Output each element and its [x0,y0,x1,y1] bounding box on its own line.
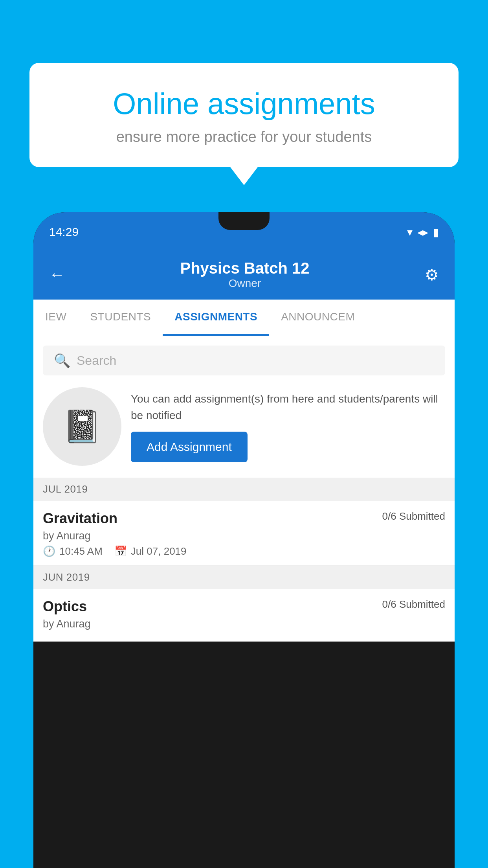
assignment-name-gravitation: Gravitation [43,510,117,527]
wifi-icon: ▾ [407,226,413,239]
app-header: ← Physics Batch 12 Owner ⚙ [33,252,455,300]
section-jul-2019: JUL 2019 [33,478,455,501]
assignment-item-gravitation[interactable]: Gravitation 0/6 Submitted by Anurag 🕐 10… [33,501,455,566]
tab-students[interactable]: STUDENTS [78,300,163,336]
clock-icon: 🕐 [43,545,55,557]
assignment-submitted-optics: 0/6 Submitted [382,598,445,611]
assignment-item-top-optics: Optics 0/6 Submitted [43,598,445,615]
assignment-time-gravitation: 10:45 AM [59,545,103,557]
screen-content: 🔍 Search 📓 You can add assignment(s) fro… [33,336,455,642]
signal-icon: ◂▸ [417,226,428,239]
assignment-meta-gravitation: 🕐 10:45 AM 📅 Jul 07, 2019 [43,545,445,557]
tab-announcements[interactable]: ANNOUNCEM [269,300,367,336]
battery-icon: ▮ [433,226,439,239]
add-assignment-button[interactable]: Add Assignment [131,432,248,462]
back-button[interactable]: ← [49,266,65,283]
assignment-item-optics[interactable]: Optics 0/6 Submitted by Anurag [33,589,455,642]
assignment-by-gravitation: by Anurag [43,530,445,542]
tab-iew[interactable]: IEW [33,300,78,336]
header-center: Physics Batch 12 Owner [65,259,425,290]
speech-bubble-subtitle: ensure more practice for your students [57,129,431,145]
notebook-icon: 📓 [62,408,102,445]
assignment-item-top: Gravitation 0/6 Submitted [43,510,445,527]
search-placeholder: Search [77,353,116,368]
settings-button[interactable]: ⚙ [425,266,439,284]
tabs-container: IEW STUDENTS ASSIGNMENTS ANNOUNCEM [33,300,455,336]
status-time: 14:29 [49,225,79,239]
speech-bubble: Online assignments ensure more practice … [29,63,459,167]
status-icons: ▾ ◂▸ ▮ [407,226,439,239]
notch [218,212,270,230]
calendar-icon: 📅 [114,545,127,557]
assignment-icon-circle: 📓 [43,387,121,466]
assignment-name-optics: Optics [43,598,87,615]
speech-bubble-title: Online assignments [57,86,431,121]
add-assignment-area: 📓 You can add assignment(s) from here an… [33,375,455,478]
assignment-date-gravitation: Jul 07, 2019 [131,545,187,557]
assignment-submitted-gravitation: 0/6 Submitted [382,510,445,522]
section-jun-2019: JUN 2019 [33,566,455,589]
search-icon: 🔍 [54,353,70,368]
speech-bubble-container: Online assignments ensure more practice … [29,63,459,167]
tab-assignments[interactable]: ASSIGNMENTS [163,300,269,336]
meta-date-gravitation: 📅 Jul 07, 2019 [114,545,187,557]
add-assignment-description: You can add assignment(s) from here and … [131,391,445,424]
meta-time-gravitation: 🕐 10:45 AM [43,545,103,557]
status-bar: 14:29 ▾ ◂▸ ▮ [33,212,455,252]
phone-frame: 14:29 ▾ ◂▸ ▮ ← Physics Batch 12 Owner ⚙ … [33,212,455,868]
header-subtitle: Owner [65,277,425,290]
add-assignment-right: You can add assignment(s) from here and … [131,391,445,462]
assignment-by-optics: by Anurag [43,618,445,630]
search-bar[interactable]: 🔍 Search [43,346,445,375]
header-title: Physics Batch 12 [65,259,425,277]
